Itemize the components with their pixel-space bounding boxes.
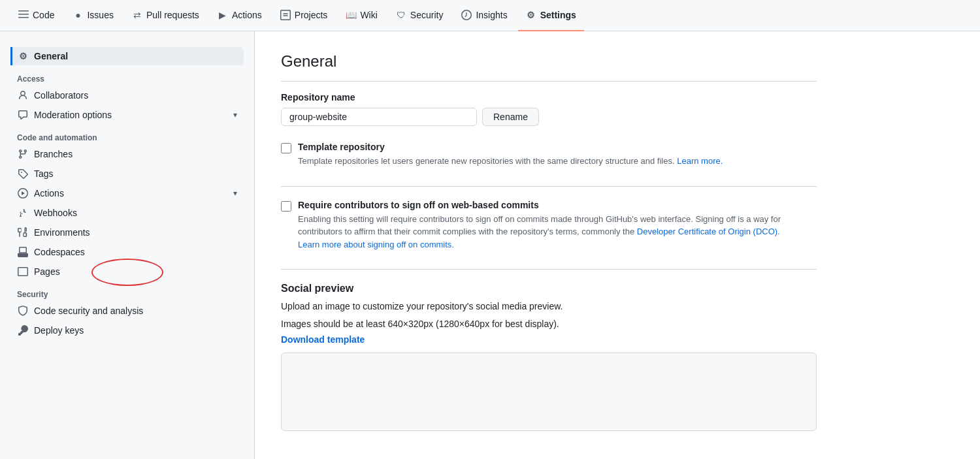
page-layout: ⚙ General Access Collaborators Moderatio…	[0, 31, 980, 459]
shield-icon	[17, 306, 29, 316]
nav-security-label: Security	[410, 10, 444, 20]
issues-icon: ●	[73, 10, 83, 20]
sign-off-block: Require contributors to sign off on web-…	[281, 200, 817, 270]
dco-link[interactable]: Developer Certificate of Origin (DCO).	[637, 227, 780, 236]
sidebar-item-actions[interactable]: Actions ▾	[10, 184, 244, 202]
comment-icon	[17, 110, 29, 120]
rename-button[interactable]: Rename	[482, 108, 539, 126]
deploy-keys-label: Deploy keys	[34, 325, 84, 336]
repo-name-row: Rename	[281, 108, 817, 126]
nav-issues-label: Issues	[87, 10, 113, 20]
codespaces-label: Codespaces	[34, 247, 85, 257]
top-nav: Code ● Issues ⇄ Pull requests ▶ Actions …	[0, 0, 980, 31]
sidebar-item-webhooks[interactable]: Webhooks	[10, 204, 244, 222]
pages-wrapper: Pages	[10, 262, 244, 282]
sign-off-checkbox[interactable]	[281, 201, 291, 212]
branches-label: Branches	[34, 149, 73, 159]
social-preview-box	[281, 353, 817, 431]
repo-name-input[interactable]	[281, 108, 477, 126]
sidebar-item-tags[interactable]: Tags	[10, 165, 244, 183]
sign-off-label-text: Require contributors to sign off on web-…	[298, 200, 817, 251]
pages-label: Pages	[34, 266, 60, 277]
nav-settings-label: Settings	[540, 10, 576, 20]
template-repo-block: Template repository Template repositorie…	[281, 142, 817, 187]
webhook-icon	[17, 208, 29, 218]
nav-insights-label: Insights	[476, 10, 507, 20]
moderation-chevron-icon: ▾	[233, 110, 237, 119]
environments-label: Environments	[34, 227, 90, 238]
sidebar-general-label: General	[34, 51, 68, 61]
page-title: General	[281, 52, 817, 82]
sidebar-item-collaborators[interactable]: Collaborators	[10, 86, 244, 104]
nav-actions[interactable]: ▶ Actions	[210, 0, 270, 31]
code-icon	[18, 10, 29, 20]
sidebar-item-branches[interactable]: Branches	[10, 145, 244, 163]
tags-label: Tags	[34, 168, 54, 179]
template-repo-desc: Template repositories let users generate…	[298, 155, 723, 168]
settings-nav-icon: ⚙	[526, 10, 536, 20]
nav-settings[interactable]: ⚙ Settings	[518, 0, 584, 31]
social-preview-section: Social preview Upload an image to custom…	[281, 283, 817, 431]
actions-label: Actions	[34, 188, 64, 198]
social-preview-title: Social preview	[281, 283, 817, 294]
nav-wiki[interactable]: 📖 Wiki	[338, 0, 385, 31]
sidebar-section-code-automation: Code and automation	[10, 125, 244, 145]
nav-actions-label: Actions	[232, 10, 262, 20]
nav-code-label: Code	[33, 10, 54, 20]
main-content: General Repository name Rename Template …	[255, 31, 843, 459]
template-repo-label: Template repository	[298, 142, 385, 152]
nav-projects[interactable]: Projects	[272, 0, 336, 31]
nav-pull-requests[interactable]: ⇄ Pull requests	[124, 0, 207, 31]
sign-off-desc: Enabling this setting will require contr…	[298, 213, 817, 251]
sidebar-item-code-security[interactable]: Code security and analysis	[10, 302, 244, 320]
template-repo-checkbox[interactable]	[281, 143, 291, 153]
nav-wiki-label: Wiki	[360, 10, 377, 20]
social-preview-desc: Upload an image to customize your reposi…	[281, 300, 817, 313]
repo-name-section: Repository name Rename	[281, 92, 817, 126]
nav-issues[interactable]: ● Issues	[65, 0, 121, 31]
nav-code[interactable]: Code	[10, 0, 62, 31]
pages-icon	[17, 266, 29, 277]
branch-icon	[17, 149, 29, 159]
code-security-label: Code security and analysis	[34, 306, 143, 316]
key-icon	[17, 325, 29, 336]
sign-off-row: Require contributors to sign off on web-…	[281, 200, 817, 251]
sidebar-section-access: Access	[10, 67, 244, 86]
sidebar-item-codespaces[interactable]: Codespaces	[10, 243, 244, 261]
gear-icon: ⚙	[17, 51, 29, 61]
sidebar-item-environments[interactable]: Environments	[10, 223, 244, 242]
sidebar-item-general[interactable]: ⚙ General	[10, 47, 244, 65]
sidebar: ⚙ General Access Collaborators Moderatio…	[0, 31, 255, 459]
sidebar-section-security: Security	[10, 282, 244, 302]
pull-requests-icon: ⇄	[132, 10, 142, 20]
person-icon	[17, 90, 29, 101]
moderation-label: Moderation options	[34, 110, 112, 120]
sign-off-learn-more-link[interactable]: Learn more about signing off on commits.	[298, 240, 454, 249]
repo-name-label: Repository name	[281, 92, 817, 103]
environment-icon	[17, 227, 29, 238]
template-repo-label-text: Template repository Template repositorie…	[298, 142, 723, 168]
nav-insights[interactable]: Insights	[453, 0, 515, 31]
play-icon	[17, 188, 29, 198]
sidebar-item-deploy-keys[interactable]: Deploy keys	[10, 321, 244, 340]
wiki-icon: 📖	[346, 10, 356, 20]
projects-icon	[280, 10, 291, 20]
sidebar-item-moderation[interactable]: Moderation options ▾	[10, 106, 244, 124]
collaborators-label: Collaborators	[34, 90, 88, 101]
codespaces-icon	[17, 247, 29, 257]
webhooks-label: Webhooks	[34, 208, 77, 218]
template-repo-row: Template repository Template repositorie…	[281, 142, 817, 168]
sidebar-item-pages[interactable]: Pages	[10, 262, 244, 281]
insights-icon	[461, 10, 472, 20]
tag-icon	[17, 168, 29, 179]
nav-pr-label: Pull requests	[146, 10, 199, 20]
social-preview-size: Images should be at least 640×320px (128…	[281, 319, 817, 329]
actions-icon: ▶	[218, 10, 228, 20]
download-template-link[interactable]: Download template	[281, 334, 365, 345]
security-icon: 🛡	[396, 10, 406, 20]
nav-security[interactable]: 🛡 Security	[388, 0, 451, 31]
actions-chevron-icon: ▾	[233, 189, 237, 198]
nav-projects-label: Projects	[295, 10, 328, 20]
template-repo-learn-more-link[interactable]: Learn more.	[677, 156, 723, 166]
sign-off-label: Require contributors to sign off on web-…	[298, 200, 539, 210]
